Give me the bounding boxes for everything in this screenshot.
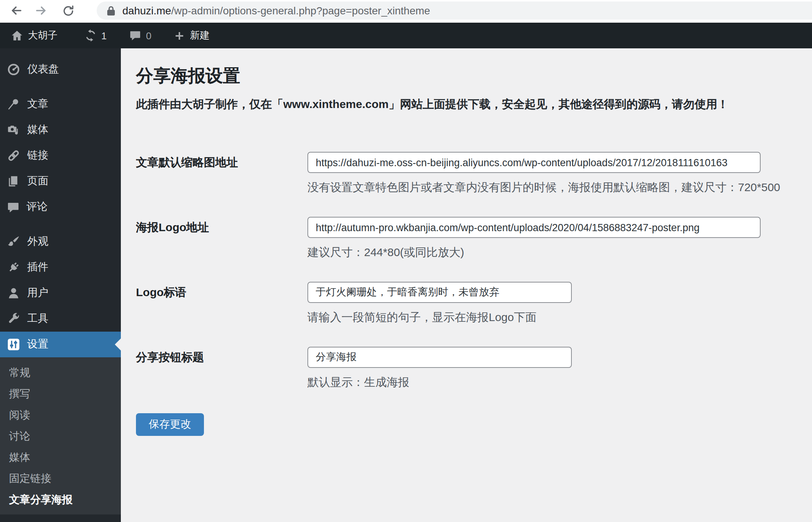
- sidebar-item-links[interactable]: 链接: [0, 143, 121, 168]
- settings-page-content: 分享海报设置 此插件由大胡子制作，仅在「www.xintheme.com」网站上…: [121, 48, 812, 522]
- submenu-item-media[interactable]: 媒体: [0, 446, 121, 468]
- sidebar-item-comments[interactable]: 评论: [0, 194, 121, 220]
- logo-slogan-input[interactable]: [307, 282, 572, 303]
- sidebar-item-users[interactable]: 用户: [0, 280, 121, 306]
- user-icon: [7, 286, 20, 300]
- menu-separator: [0, 82, 121, 91]
- browser-reload-button[interactable]: [60, 3, 76, 18]
- field-help: 建议尺寸：244*80(或同比放大): [307, 244, 812, 260]
- url-host: dahuzi.me: [122, 5, 171, 17]
- url-path: /wp-admin/options-general.php?page=poste…: [171, 5, 430, 17]
- browser-back-button[interactable]: [9, 3, 24, 18]
- site-name: 大胡子: [28, 29, 57, 42]
- submenu-item-discussion[interactable]: 讨论: [0, 425, 121, 446]
- share-button-title-input[interactable]: [307, 347, 572, 368]
- submenu-item-writing[interactable]: 撰写: [0, 383, 121, 404]
- forward-arrow-icon: [34, 4, 48, 17]
- wp-sidebar-menu: 仪表盘 文章 媒体 链接 页面 评论: [0, 48, 121, 522]
- field-help: 没有设置文章特色图片或者文章内没有图片的时候，海报使用默认缩略图，建议尺寸：72…: [307, 179, 812, 195]
- settings-sliders-icon: [7, 338, 20, 351]
- field-label: 分享按钮标题: [136, 347, 307, 390]
- submenu-item-post-share-poster[interactable]: 文章分享海报: [0, 489, 121, 510]
- sidebar-item-plugins[interactable]: 插件: [0, 255, 121, 280]
- browser-window: dahuzi.me/wp-admin/options-general.php?p…: [0, 0, 812, 522]
- field-label: Logo标语: [136, 282, 307, 325]
- sidebar-item-label: 文章: [27, 97, 48, 111]
- submenu-item-permalinks[interactable]: 固定链接: [0, 468, 121, 489]
- sidebar-item-dashboard[interactable]: 仪表盘: [0, 57, 121, 82]
- settings-form: 文章默认缩略图地址 没有设置文章特色图片或者文章内没有图片的时候，海报使用默认缩…: [136, 152, 812, 436]
- comment-bubble-icon: [7, 201, 20, 213]
- submenu-item-general[interactable]: 常规: [0, 362, 121, 383]
- field-help: 默认显示：生成海报: [307, 374, 812, 390]
- form-row-default-thumbnail: 文章默认缩略图地址 没有设置文章特色图片或者文章内没有图片的时候，海报使用默认缩…: [136, 152, 812, 195]
- screenshot-root: dahuzi.me/wp-admin/options-general.php?p…: [0, 0, 812, 522]
- url-text: dahuzi.me/wp-admin/options-general.php?p…: [122, 5, 430, 17]
- field-help: 请输入一段简短的句子，显示在海报Logo下面: [307, 309, 812, 325]
- ssl-lock-icon: [107, 5, 116, 16]
- sidebar-item-appearance[interactable]: 外观: [0, 229, 121, 255]
- field-label: 海报Logo地址: [136, 217, 307, 260]
- sidebar-item-tools[interactable]: 工具: [0, 306, 121, 332]
- new-label: 新建: [190, 29, 210, 42]
- comment-count: 0: [146, 30, 151, 41]
- sidebar-item-label: 媒体: [27, 123, 48, 137]
- dashboard-gauge-icon: [7, 63, 20, 76]
- sidebar-item-label: 工具: [27, 312, 48, 326]
- brush-icon: [7, 235, 20, 249]
- field-label: 文章默认缩略图地址: [136, 152, 307, 195]
- admin-body: 仪表盘 文章 媒体 链接 页面 评论: [0, 48, 812, 522]
- home-icon: [11, 29, 23, 42]
- form-row-logo-slogan: Logo标语 请输入一段简短的句子，显示在海报Logo下面: [136, 282, 812, 325]
- sidebar-item-label: 外观: [27, 235, 48, 249]
- save-changes-button[interactable]: 保存更改: [136, 413, 204, 436]
- sidebar-item-label: 设置: [27, 338, 48, 351]
- address-bar[interactable]: dahuzi.me/wp-admin/options-general.php?p…: [97, 2, 812, 20]
- sidebar-item-posts[interactable]: 文章: [0, 91, 121, 117]
- plus-icon: [174, 30, 185, 41]
- browser-toolbar: dahuzi.me/wp-admin/options-general.php?p…: [0, 0, 812, 23]
- sidebar-item-media[interactable]: 媒体: [0, 117, 121, 143]
- browser-forward-button[interactable]: [33, 3, 48, 18]
- sidebar-item-label: 链接: [27, 149, 48, 162]
- media-camera-icon: [7, 123, 20, 137]
- pushpin-icon: [7, 97, 20, 111]
- comment-icon: [129, 29, 141, 42]
- chain-link-icon: [7, 149, 20, 162]
- form-row-share-button-title: 分享按钮标题 默认显示：生成海报: [136, 347, 812, 390]
- admin-bar-comments[interactable]: 0: [121, 23, 159, 48]
- sidebar-item-label: 评论: [26, 200, 48, 214]
- back-arrow-icon: [10, 4, 23, 17]
- settings-submenu: 常规 撰写 阅读 讨论 媒体 固定链接 文章分享海报: [0, 357, 121, 514]
- update-count: 1: [101, 30, 107, 41]
- plug-icon: [4, 258, 23, 277]
- form-row-poster-logo: 海报Logo地址 建议尺寸：244*80(或同比放大): [136, 217, 812, 260]
- default-thumbnail-url-input[interactable]: [307, 152, 761, 173]
- menu-separator: [0, 220, 121, 229]
- wp-admin-bar: 大胡子 1 0 新建: [0, 23, 812, 48]
- plugin-notice: 此插件由大胡子制作，仅在「www.xintheme.com」网站上面提供下载，安…: [136, 96, 812, 113]
- sidebar-item-label: 页面: [27, 175, 48, 188]
- admin-bar-site-link[interactable]: 大胡子: [2, 23, 66, 48]
- sidebar-item-pages[interactable]: 页面: [0, 168, 121, 194]
- sidebar-item-label: 仪表盘: [27, 63, 59, 76]
- submenu-item-reading[interactable]: 阅读: [0, 404, 121, 425]
- reload-icon: [62, 4, 74, 17]
- admin-bar-new-button[interactable]: 新建: [166, 23, 218, 48]
- admin-bar-updates[interactable]: 1: [76, 23, 115, 48]
- sidebar-item-settings[interactable]: 设置: [0, 332, 121, 357]
- sidebar-item-label: 插件: [27, 261, 48, 274]
- wrench-icon: [7, 312, 20, 326]
- poster-logo-url-input[interactable]: [307, 217, 761, 238]
- pages-icon: [7, 175, 20, 188]
- update-icon: [85, 29, 97, 42]
- sidebar-item-label: 用户: [27, 286, 48, 300]
- page-title: 分享海报设置: [136, 65, 812, 87]
